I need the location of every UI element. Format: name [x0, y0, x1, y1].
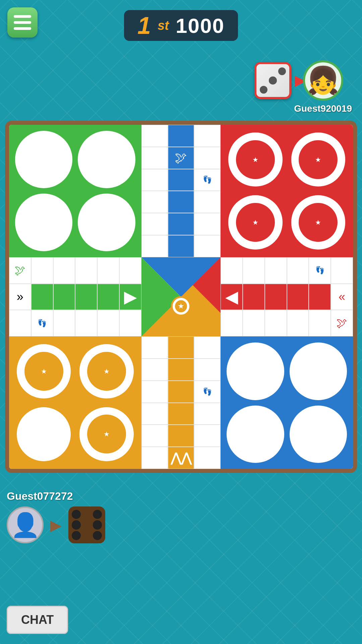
pc-t3: [141, 147, 168, 169]
pb17: [194, 447, 221, 469]
pl7: [31, 284, 53, 310]
green-piece-1: [15, 131, 72, 188]
menu-line-2: [14, 21, 31, 24]
home-blue: [221, 336, 353, 469]
pr10: [309, 284, 331, 310]
arrows-right: «: [339, 290, 345, 304]
pc-t13: [168, 213, 194, 235]
red-piece-2: ★: [290, 131, 347, 188]
menu-line-1: [14, 15, 31, 18]
rank-number: 1: [137, 13, 151, 38]
green-piece-2: [78, 131, 135, 188]
pr14: [265, 310, 287, 336]
pl6: »: [9, 284, 31, 310]
bird-bottom: 🕊: [176, 430, 186, 442]
token-star: ★: [175, 300, 187, 312]
bdot-7: [72, 531, 81, 540]
bird-left: 🕊: [15, 264, 25, 277]
dot-3: [278, 67, 286, 75]
player-top-name: Guest920019: [294, 103, 352, 114]
dice-arrow-bottom: ▶: [50, 517, 62, 534]
rank-suffix: st: [158, 18, 169, 33]
pb0: [141, 336, 168, 359]
red-piece-4: ★: [290, 194, 347, 251]
pc-t12: [141, 213, 168, 235]
path-right: 👣 ◀ « 🕊: [221, 257, 353, 337]
player-top-right: 👧 Guest920019: [294, 60, 352, 114]
bdot-4: [72, 520, 81, 529]
pb9: [141, 403, 168, 425]
bird-icon: 🕊: [175, 151, 187, 165]
pc-t17: [194, 235, 221, 257]
pl5: [119, 257, 141, 284]
chevron-up: ⋀⋀: [171, 450, 191, 465]
chat-button[interactable]: CHAT: [7, 606, 68, 634]
blue-piece-2: [290, 342, 347, 400]
pr7: [243, 284, 265, 310]
pb3: [141, 359, 168, 381]
pl16: [97, 310, 119, 336]
green-piece-4: [78, 194, 135, 251]
bdot-3: [93, 510, 102, 519]
pr3: [287, 257, 309, 284]
home-red: ★ ★ ★ ★: [221, 125, 353, 257]
pl0: 🕊: [9, 257, 31, 284]
menu-button[interactable]: [7, 7, 38, 38]
pr13: [243, 310, 265, 336]
dot-4: [260, 76, 267, 84]
pl10: [97, 284, 119, 310]
blue-piece-4: [290, 406, 347, 463]
pb10: [168, 403, 194, 425]
pb11: [194, 403, 221, 425]
pc-t7: [168, 169, 194, 191]
yellow-piece-4-inner: ★: [87, 415, 126, 453]
pl13: 👣: [31, 310, 53, 336]
pc-t4: 🕊: [168, 147, 194, 169]
pb5: [194, 359, 221, 381]
dice-bottom[interactable]: [68, 506, 105, 543]
pr5: [331, 257, 353, 284]
pb13: 🕊: [168, 425, 194, 447]
bdot-6: [93, 520, 102, 529]
pb1: [168, 336, 194, 359]
pb16: ⋀⋀: [168, 447, 194, 469]
pr11: «: [331, 284, 353, 310]
pr12: [221, 310, 243, 336]
pr9: [287, 284, 309, 310]
yellow-piece-1-inner: ★: [24, 352, 63, 391]
pl4: [97, 257, 119, 284]
dice-top[interactable]: [254, 62, 291, 99]
red-piece-1-inner: ★: [236, 140, 275, 179]
pl14: [53, 310, 75, 336]
pc-t10: [168, 191, 194, 213]
pr16: [309, 310, 331, 336]
pb6: [141, 381, 168, 403]
bird-right: 🕊: [337, 317, 347, 329]
pl17: [119, 310, 141, 336]
red-piece-4-inner: ★: [299, 203, 338, 242]
avatar-bottom-emoji: 👤: [11, 511, 40, 539]
pr4: 👣: [309, 257, 331, 284]
arrows-left: »: [17, 290, 23, 304]
green-piece-3: [15, 194, 72, 251]
footprint-r1: 👣: [315, 266, 324, 275]
path-left: 🕊 » ▶ 👣: [9, 257, 141, 337]
pl11: ▶: [119, 284, 141, 310]
menu-line-3: [14, 27, 31, 30]
red-piece-1: ★: [227, 131, 284, 188]
dot-9: [278, 86, 286, 94]
chevron-down: ⋁⋁: [171, 128, 191, 143]
pc-t2: [194, 125, 221, 147]
pr6: ◀: [221, 284, 243, 310]
bdot-2: [82, 510, 91, 519]
pr8: [265, 284, 287, 310]
yellow-piece-3: [15, 406, 72, 463]
pr2: [265, 257, 287, 284]
bdot-8: [82, 531, 91, 540]
bdot-9: [93, 531, 102, 540]
dot-6: [278, 76, 286, 84]
bdot-5: [82, 520, 91, 529]
red-arrow-left: ◀: [225, 287, 238, 307]
pc-t0: [141, 125, 168, 147]
ludo-grid: ⋁⋁ 🕊 👣: [9, 125, 353, 469]
